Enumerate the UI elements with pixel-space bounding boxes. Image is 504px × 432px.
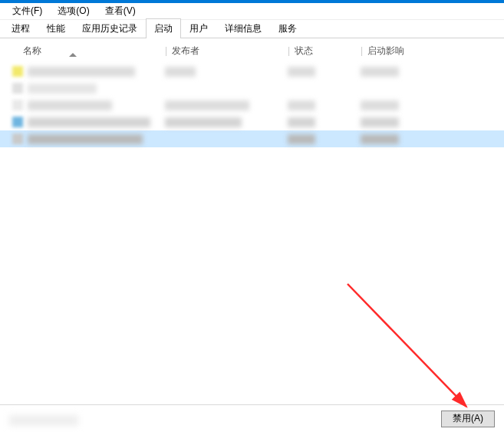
table-row[interactable] — [0, 130, 504, 147]
app-name — [28, 134, 143, 144]
tab-history[interactable]: 应用历史记录 — [74, 18, 146, 38]
app-icon — [12, 83, 23, 94]
tab-users[interactable]: 用户 — [181, 18, 216, 38]
menu-view[interactable]: 查看(V) — [97, 3, 143, 19]
column-headers: 名称 |发布者 |状态 |启动影响 — [0, 38, 504, 63]
app-icon — [12, 117, 23, 127]
app-icon — [12, 134, 23, 144]
footer: 禁用(A) — [0, 404, 504, 432]
tab-performance[interactable]: 性能 — [38, 18, 74, 38]
publisher — [165, 101, 249, 110]
column-name[interactable]: 名称 — [0, 45, 165, 58]
table-row[interactable] — [0, 97, 504, 114]
tab-processes[interactable]: 进程 — [3, 18, 38, 38]
table-row[interactable] — [0, 80, 504, 97]
table-row[interactable] — [0, 114, 504, 130]
disable-button[interactable]: 禁用(A) — [441, 411, 495, 427]
tab-startup[interactable]: 启动 — [146, 18, 181, 38]
app-icon — [12, 100, 23, 110]
publisher — [165, 117, 242, 127]
impact — [361, 67, 399, 77]
app-name — [28, 67, 135, 77]
sort-caret-icon — [69, 53, 77, 57]
impact — [361, 117, 399, 127]
menubar: 文件(F) 选项(O) 查看(V) — [0, 3, 504, 20]
impact — [361, 134, 399, 144]
app-name — [28, 84, 97, 94]
column-impact[interactable]: |启动影响 — [361, 45, 504, 58]
menu-file[interactable]: 文件(F) — [5, 3, 50, 19]
tabbar: 进程 性能 应用历史记录 启动 用户 详细信息 服务 — [0, 20, 504, 38]
table-row[interactable] — [0, 63, 504, 80]
status — [288, 101, 315, 110]
status — [288, 134, 315, 144]
app-icon — [12, 66, 23, 77]
app-name — [28, 101, 112, 110]
tab-details[interactable]: 详细信息 — [216, 18, 270, 38]
content-area: 名称 |发布者 |状态 |启动影响 — [0, 38, 504, 404]
app-name — [28, 117, 150, 127]
status — [288, 67, 315, 77]
impact — [361, 101, 399, 110]
status — [288, 117, 315, 127]
column-name-label: 名称 — [23, 45, 41, 56]
column-publisher[interactable]: |发布者 — [165, 45, 288, 58]
tab-services[interactable]: 服务 — [270, 18, 305, 38]
column-status[interactable]: |状态 — [288, 45, 361, 58]
publisher — [165, 67, 196, 77]
footer-hint — [9, 415, 78, 426]
menu-options[interactable]: 选项(O) — [50, 3, 97, 19]
startup-rows — [0, 63, 504, 147]
